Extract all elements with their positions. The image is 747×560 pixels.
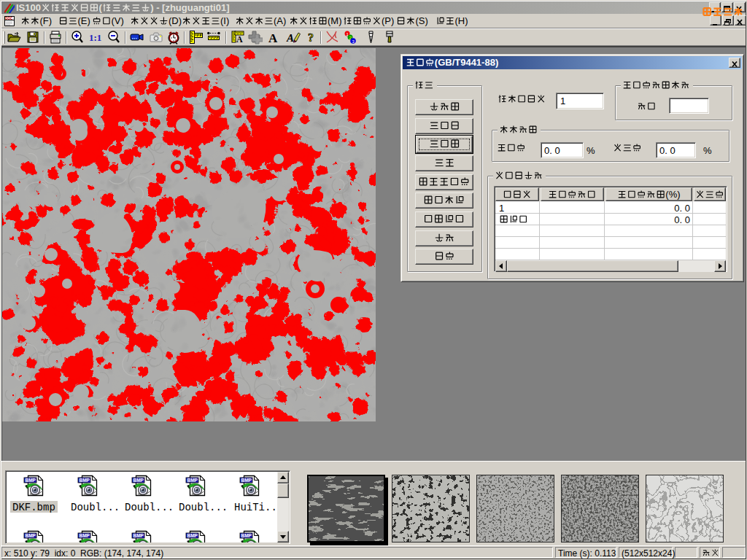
svg-text:(V): (V) xyxy=(112,15,124,26)
svg-text:BMP: BMP xyxy=(80,533,90,538)
svg-text:BMP: BMP xyxy=(187,478,198,483)
svg-text:(: ( xyxy=(99,2,103,13)
svg-text:BMP: BMP xyxy=(187,533,198,538)
svg-text:(E): (E) xyxy=(78,15,90,26)
svg-text:A: A xyxy=(268,31,278,45)
svg-text:(A): (A) xyxy=(274,15,286,26)
svg-text:(H): (H) xyxy=(455,15,468,26)
svg-text:IS100: IS100 xyxy=(16,2,41,13)
svg-text:BMP: BMP xyxy=(133,533,144,538)
svg-text:(M): (M) xyxy=(328,15,342,26)
svg-text:BMP: BMP xyxy=(133,478,144,483)
svg-text:A: A xyxy=(236,34,243,44)
svg-text:BMP: BMP xyxy=(26,478,36,483)
svg-text:(D): (D) xyxy=(169,15,182,26)
svg-text:BMP: BMP xyxy=(241,478,252,483)
svg-text:BMP: BMP xyxy=(241,533,252,538)
svg-text:) - [zhuguangti01]: ) - [zhuguangti01] xyxy=(150,2,229,13)
svg-text:(F): (F) xyxy=(40,15,53,26)
svg-text:(%): (%) xyxy=(665,190,680,200)
svg-text:BMP: BMP xyxy=(80,478,90,483)
svg-text:BMP: BMP xyxy=(26,533,36,538)
svg-text:(I): (I) xyxy=(220,15,229,26)
svg-text:DOC: DOC xyxy=(5,17,13,20)
svg-text:(S): (S) xyxy=(416,15,428,26)
svg-text:(GB/T9441-88): (GB/T9441-88) xyxy=(435,57,498,68)
svg-text:?: ? xyxy=(308,31,314,44)
svg-text:1:1: 1:1 xyxy=(89,32,101,43)
svg-text:(P): (P) xyxy=(382,15,394,26)
svg-text:A: A xyxy=(286,32,294,44)
